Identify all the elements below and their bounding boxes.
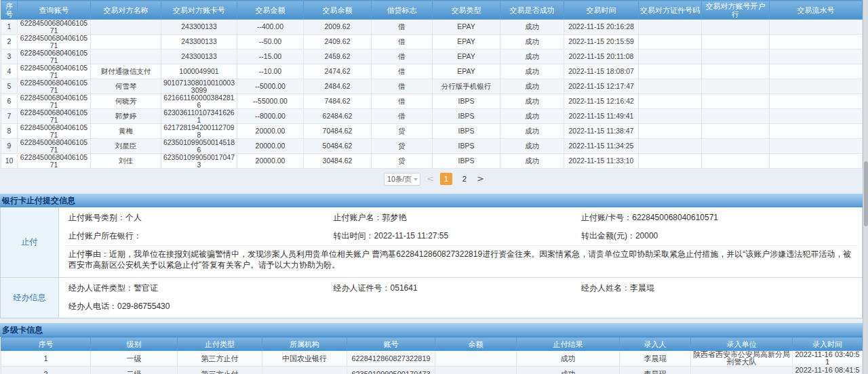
cell: 6235010990500145186 — [161, 139, 237, 154]
cell: 6228450068040610571 — [18, 79, 91, 94]
cell: 借 — [372, 109, 433, 124]
column-header: 录入人 — [620, 337, 691, 351]
multi-card-table: 序号级别止付类型所属机构账号余额止付结果录入人录入单位录入时间 1一级第三方止付… — [1, 337, 863, 374]
cell: 6235010990500170473 — [161, 154, 237, 169]
cell: 2022-11-15 11:38:47 — [564, 124, 639, 139]
column-header: 交易对方账号开户行 — [702, 1, 770, 20]
column-header: 交易类型 — [433, 1, 500, 20]
cell: EPAY — [433, 20, 500, 35]
stop-payment-panel: 止付 止付账号类别：个人 止付账户名：郭梦艳 止付账/卡号：6228450068… — [0, 207, 863, 318]
cell: 6228450068040610571 — [18, 20, 91, 35]
table-row: 1一级第三方止付中国农业银行6228412860827322819成功李晨琨陕西… — [1, 351, 863, 367]
column-header: 录入单位 — [691, 337, 793, 351]
column-header: 所属机构 — [262, 337, 347, 351]
cell: 2009.62 — [304, 20, 372, 35]
cell: 9 — [1, 139, 18, 154]
field-account-type: 止付账号类别：个人 — [64, 209, 330, 227]
scrollbar-thumb[interactable] — [864, 161, 868, 226]
cell: 分行版手机银行 — [433, 79, 500, 94]
cell: 2022-11-16 03:40:51 — [793, 351, 863, 367]
cell: 借 — [372, 94, 433, 109]
cell: 2474.62 — [304, 64, 372, 79]
column-header: 查询账号 — [18, 1, 91, 20]
cell: 成功 — [500, 109, 564, 124]
cell: EPAY — [433, 49, 500, 64]
cell — [770, 109, 863, 124]
cell: 6228450068040610571 — [18, 49, 91, 64]
cell: 10 — [1, 154, 18, 169]
cell: 2 — [1, 367, 91, 374]
cell: 6228450068040610571 — [18, 154, 91, 169]
cell: 2022-11-15 11:34:25 — [564, 139, 639, 154]
cell: IBPS — [433, 124, 500, 139]
cell: 6228450068040610571 — [18, 94, 91, 109]
column-header: 止付类型 — [178, 337, 262, 351]
page-size-select[interactable]: 10条/页 — [384, 173, 420, 186]
cell: 郭梦婷 — [91, 109, 161, 124]
multi-card-header-row: 序号级别止付类型所属机构账号余额止付结果录入人录入单位录入时间 — [1, 337, 863, 351]
column-header: 录入时间 — [793, 337, 863, 351]
cell — [91, 35, 161, 49]
cell: 何雪琴 — [91, 79, 161, 94]
cell: 243300133 — [161, 20, 237, 35]
cell: 62484.62 — [304, 109, 372, 124]
page-number-2[interactable]: 2 — [458, 173, 471, 185]
vertical-scrollbar[interactable] — [863, 0, 868, 374]
field-handler-cert-no: 经办人证件号：051641 — [330, 279, 577, 297]
page: 序号查询账号交易对方名称交易对方账卡号交易金额交易余额借贷标志交易类型交易是否成… — [0, 0, 868, 374]
column-header: 余额 — [435, 337, 517, 351]
cell: 陕西省西安市公安局高新分局刑警大队 — [691, 351, 793, 367]
cell — [770, 124, 863, 139]
cell — [639, 35, 702, 49]
cell: --5000.00 — [237, 79, 304, 94]
cell: 5 — [1, 79, 18, 94]
group-label-stop-payment: 止付 — [1, 207, 59, 277]
chevron-down-icon — [414, 178, 418, 181]
cell: 二级 — [91, 367, 178, 374]
cell: 2022-11-15 11:49:41 — [564, 109, 639, 124]
field-transfer-time: 转出时间：2022-11-15 11:27:55 — [330, 227, 577, 245]
cell: 2022-11-15 20:11:08 — [564, 49, 639, 64]
cell: 7484.62 — [304, 94, 372, 109]
cell: --15.00 — [237, 49, 304, 64]
cell: 2459.62 — [304, 49, 372, 64]
cell: 243300133 — [161, 49, 237, 64]
cell: 借 — [372, 79, 433, 94]
cell — [770, 139, 863, 154]
cell: --10.00 — [237, 64, 304, 79]
cell — [770, 20, 863, 35]
table-row: 16228450068040610571243300133--400.00200… — [1, 20, 863, 35]
cell — [770, 64, 863, 79]
cell — [702, 35, 770, 49]
cell: 成功 — [517, 351, 620, 367]
column-header: 账号 — [347, 337, 435, 351]
cell: 2022-11-15 20:15:59 — [564, 35, 639, 49]
cell — [702, 64, 770, 79]
cell: 1000049901 — [161, 64, 237, 79]
column-header: 交易流水号 — [770, 1, 863, 20]
cell: 1 — [1, 351, 91, 367]
page-number-1[interactable]: 1 — [440, 173, 452, 185]
cell — [702, 124, 770, 139]
cell: 中国农业银行 — [262, 351, 347, 367]
table-row: 36228450068040610571243300133--15.002459… — [1, 49, 863, 64]
cell: 2 — [1, 35, 18, 49]
cell: 6228450068040610571 — [18, 35, 91, 49]
cell — [770, 154, 863, 169]
cell: 李晨琨 — [620, 351, 691, 367]
cell: 借 — [372, 64, 433, 79]
cell — [639, 154, 702, 169]
next-page-button[interactable]: > — [477, 173, 484, 185]
cell: 6216611600003842816 — [161, 94, 237, 109]
cell: 6228450068040610571 — [18, 64, 91, 79]
prev-page-button[interactable]: < — [427, 173, 434, 185]
cell — [91, 20, 161, 35]
cell: 243300133 — [161, 35, 237, 49]
cell: 成功 — [500, 79, 564, 94]
table-row: 56228450068040610571何雪琴90107130801001000… — [1, 79, 863, 94]
cell: 1 — [1, 20, 18, 35]
cell: 2022-11-15 11:33:10 — [564, 154, 639, 169]
column-header: 序号 — [1, 1, 18, 20]
cell: EPAY — [433, 64, 500, 79]
cell: 一级 — [91, 351, 178, 367]
